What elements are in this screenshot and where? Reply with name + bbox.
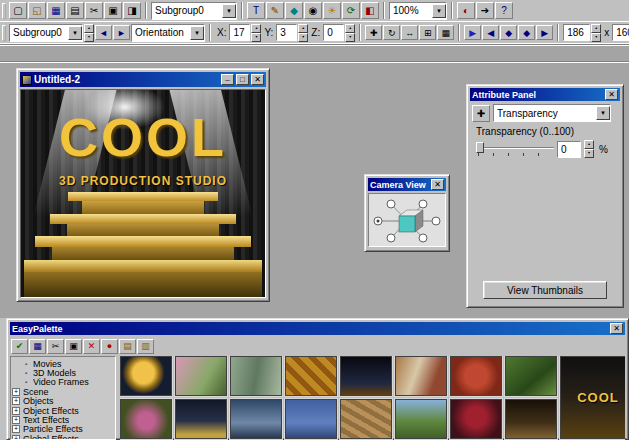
edit-text-icon[interactable]: ✎: [266, 2, 284, 19]
chevron-down-icon[interactable]: ▾: [222, 4, 236, 18]
stereo-glasses-icon[interactable]: ◐: [457, 2, 475, 19]
spin-down-icon[interactable]: ▾: [298, 33, 308, 42]
zoom-combobox[interactable]: 100% ▾: [389, 2, 447, 20]
export-icon[interactable]: ➔: [476, 2, 494, 19]
snap-grid-icon[interactable]: ▦: [437, 25, 454, 40]
tree-expand-icon[interactable]: +: [12, 397, 20, 405]
orientation-combobox[interactable]: Orientation ▾: [131, 24, 205, 42]
tree-item-text-effects[interactable]: + Text Effects: [12, 415, 114, 424]
subgroup-spinner[interactable]: ▴ ▾: [84, 24, 94, 42]
play-icon[interactable]: ▶: [464, 25, 481, 40]
first-frame-icon[interactable]: ◀: [482, 25, 499, 40]
prev-object-icon[interactable]: ◄: [95, 25, 112, 40]
z-input[interactable]: 0: [323, 24, 344, 41]
new-icon[interactable]: ▢: [9, 2, 27, 19]
print-icon[interactable]: ▤: [66, 2, 84, 19]
rotate-mode-icon[interactable]: ↻: [383, 25, 400, 40]
thumbnail-rose[interactable]: [450, 399, 502, 439]
attribute-panel-titlebar[interactable]: Attribute Panel ✕: [470, 88, 620, 101]
minimize-button[interactable]: –: [221, 74, 234, 85]
y-spinner[interactable]: ▴ ▾: [298, 24, 308, 42]
thumbnail-bee-flower[interactable]: [120, 399, 172, 439]
y-input[interactable]: 3: [276, 24, 297, 41]
insert-shape-icon[interactable]: ◆: [285, 2, 303, 19]
project-height-input[interactable]: 160: [612, 24, 629, 41]
thumbnail-dark-gold[interactable]: [505, 399, 557, 439]
spin-up-icon[interactable]: ▴: [84, 24, 94, 33]
thumbnail-honeycomb[interactable]: [285, 356, 337, 396]
thumbnail-blossom[interactable]: [175, 356, 227, 396]
tree-expand-icon[interactable]: +: [12, 388, 20, 396]
tree-item-movies[interactable]: ▪ Movies: [12, 359, 114, 368]
camera-view-titlebar[interactable]: Camera View ✕: [368, 178, 446, 191]
tree-item-particle-effects[interactable]: + Particle Effects: [12, 425, 114, 434]
tree-item-object-effects[interactable]: + Object Effects: [12, 406, 114, 415]
spin-up-icon[interactable]: ▴: [584, 140, 594, 149]
spin-down-icon[interactable]: ▾: [84, 33, 94, 42]
record-icon[interactable]: ●: [101, 339, 118, 354]
fit-window-icon[interactable]: ⊞: [419, 25, 436, 40]
chevron-down-icon[interactable]: ▾: [68, 26, 82, 40]
light-icon[interactable]: ☀: [323, 2, 341, 19]
render-viewport[interactable]: COOL 3D PRODUCTION STUDIO: [20, 89, 266, 298]
spin-up-icon[interactable]: ▴: [298, 24, 308, 33]
thumbnail-magazine[interactable]: [395, 356, 447, 396]
toolbar-grip[interactable]: [2, 25, 6, 41]
gallery-icon[interactable]: ▦: [29, 339, 46, 354]
save-icon[interactable]: ▦: [47, 2, 65, 19]
width-spinner[interactable]: ▴ ▾: [591, 24, 601, 42]
tree-item-3d-models[interactable]: ▪ 3D Models: [12, 368, 114, 377]
thumbnail-city-dusk[interactable]: [230, 399, 282, 439]
paste-icon[interactable]: ◨: [123, 2, 141, 19]
help-icon[interactable]: ?: [495, 2, 513, 19]
maximize-button[interactable]: □: [236, 74, 249, 85]
thumbnail-meadow[interactable]: [395, 399, 447, 439]
spin-down-icon[interactable]: ▾: [251, 33, 261, 42]
close-button[interactable]: ✕: [605, 89, 618, 100]
transparency-slider[interactable]: [476, 141, 554, 157]
scale-mode-icon[interactable]: ↔: [401, 25, 418, 40]
thumbnail-fruit[interactable]: [450, 356, 502, 396]
tree-item-scene[interactable]: + Scene: [12, 387, 114, 396]
insert-text-icon[interactable]: T: [247, 2, 265, 19]
z-spinner[interactable]: ▴ ▾: [345, 24, 355, 42]
apply-icon[interactable]: ✔: [11, 339, 28, 354]
camera-icon[interactable]: ◉: [304, 2, 322, 19]
last-frame-icon[interactable]: ▶: [536, 25, 553, 40]
document-titlebar[interactable]: Untitled-2 – □ ✕: [20, 72, 266, 87]
thumbnail-night-city[interactable]: [340, 356, 392, 396]
chevron-down-icon[interactable]: ▾: [596, 106, 610, 120]
palette-icon[interactable]: ◧: [361, 2, 379, 19]
cut-icon[interactable]: ✂: [85, 2, 103, 19]
next-object-icon[interactable]: ►: [113, 25, 130, 40]
tree-expand-icon[interactable]: +: [12, 435, 20, 440]
tree-expand-icon[interactable]: ▪: [22, 378, 30, 386]
copy-icon[interactable]: ▣: [65, 339, 82, 354]
refresh-icon[interactable]: ⟳: [342, 2, 360, 19]
spin-down-icon[interactable]: ▾: [591, 33, 601, 42]
spin-down-icon[interactable]: ▾: [345, 33, 355, 42]
move-mode-icon[interactable]: ✚: [365, 25, 382, 40]
thumbnail-pond[interactable]: [230, 356, 282, 396]
thumbnail-globe[interactable]: [120, 356, 172, 396]
thumbnail-ocean[interactable]: [285, 399, 337, 439]
new-folder-icon[interactable]: ▥: [137, 339, 154, 354]
object-subgroup-combobox[interactable]: Subgroup0 ▾: [9, 24, 83, 42]
keyframe-icon[interactable]: ◆: [518, 25, 535, 40]
close-button[interactable]: ✕: [610, 323, 623, 334]
toolbar-grip[interactable]: [2, 3, 6, 19]
project-width-input[interactable]: 186: [563, 24, 590, 41]
copy-icon[interactable]: ▣: [104, 2, 122, 19]
subgroup-combobox[interactable]: Subgroup0 ▾: [151, 2, 237, 20]
thumbnail-night-road[interactable]: [175, 399, 227, 439]
tree-expand-icon[interactable]: +: [12, 425, 20, 433]
x-spinner[interactable]: ▴ ▾: [251, 24, 261, 42]
tree-expand-icon[interactable]: +: [12, 407, 20, 415]
tree-item-video-frames[interactable]: ▪ Video Frames: [12, 378, 114, 387]
close-button[interactable]: ✕: [431, 179, 444, 190]
tree-expand-icon[interactable]: ▪: [22, 369, 30, 377]
spin-up-icon[interactable]: ▴: [591, 24, 601, 33]
tree-expand-icon[interactable]: ▪: [22, 360, 30, 368]
tree-item-objects[interactable]: + Objects: [12, 397, 114, 406]
thumbnail-foliage[interactable]: [505, 356, 557, 396]
